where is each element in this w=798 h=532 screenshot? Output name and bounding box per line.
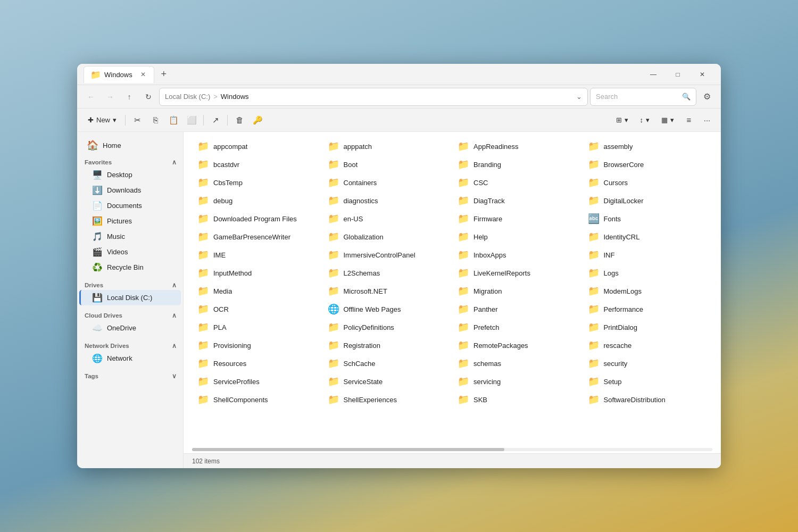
sidebar-item-recycle-bin[interactable]: ♻️ Recycle Bin 📌: [79, 260, 181, 275]
new-tab-button[interactable]: +: [156, 67, 171, 82]
list-item[interactable]: 📁Downloaded Program Files: [192, 210, 322, 228]
settings-button[interactable]: ⚙: [699, 88, 716, 105]
list-item[interactable]: 🌐Offline Web Pages: [322, 300, 453, 318]
sidebar-item-home[interactable]: 🏠 Home: [79, 136, 181, 154]
list-item[interactable]: 📁GameBarPresenceWriter: [192, 228, 322, 246]
sidebar-item-network[interactable]: 🌐 Network: [79, 351, 181, 366]
view-button[interactable]: ⊞ ▾: [611, 112, 634, 129]
search-box[interactable]: Search 🔍: [590, 88, 696, 106]
list-item[interactable]: 📁debug: [192, 192, 322, 210]
list-item[interactable]: 📁Microsoft.NET: [322, 282, 453, 300]
list-item[interactable]: 📁DigitalLocker: [583, 192, 713, 210]
delete-button[interactable]: 🗑: [231, 112, 248, 129]
sidebar-item-music[interactable]: 🎵 Music 📌: [79, 229, 181, 244]
address-chevron-icon[interactable]: ⌄: [576, 93, 582, 101]
favorites-section[interactable]: Favorites ∧: [77, 156, 183, 167]
list-item[interactable]: 📁OCR: [192, 300, 322, 318]
list-item[interactable]: 📁Globalization: [322, 228, 453, 246]
list-item[interactable]: 📁Performance: [583, 300, 713, 318]
scrollbar-track[interactable]: [192, 448, 712, 451]
list-item[interactable]: 📁Branding: [452, 155, 583, 173]
list-item[interactable]: 📁SoftwareDistribution: [583, 390, 713, 409]
list-item[interactable]: 📁SchCache: [322, 354, 453, 372]
list-item[interactable]: 📁ServiceProfiles: [192, 372, 322, 390]
list-item[interactable]: 📁Prefetch: [452, 318, 583, 336]
tab-close-button[interactable]: ✕: [139, 70, 147, 79]
list-item[interactable]: 📁Boot: [322, 155, 453, 173]
list-item[interactable]: 📁IME: [192, 246, 322, 264]
share-button[interactable]: ↗: [207, 112, 224, 129]
minimize-button[interactable]: —: [641, 66, 666, 83]
tags-section[interactable]: Tags ∨: [77, 370, 183, 381]
close-button[interactable]: ✕: [690, 66, 714, 83]
address-box[interactable]: Local Disk (C:) > Windows ⌄: [159, 88, 588, 106]
sidebar-item-desktop[interactable]: 🖥️ Desktop 📌: [79, 167, 181, 182]
list-item[interactable]: 📁Firmware: [452, 210, 583, 228]
list-item[interactable]: 📁bcastdvr: [192, 155, 322, 173]
cloud-drives-section[interactable]: Cloud Drives ∧: [77, 310, 183, 320]
list-item[interactable]: 📁INF: [583, 246, 713, 264]
drives-section[interactable]: Drives ∧: [77, 279, 183, 290]
sidebar-item-videos[interactable]: 🎬 Videos 📌: [79, 244, 181, 260]
forward-button[interactable]: →: [102, 88, 119, 105]
copy-button[interactable]: ⎘: [147, 112, 164, 129]
list-item[interactable]: 📁ServiceState: [322, 372, 453, 390]
properties-button[interactable]: 🔑: [249, 112, 266, 129]
list-item[interactable]: 📁LiveKernelReports: [452, 264, 583, 282]
list-item[interactable]: 📁diagnostics: [322, 192, 453, 210]
list-item[interactable]: 📁Containers: [322, 173, 453, 192]
new-button[interactable]: ✚ New ▾: [82, 112, 122, 129]
list-item[interactable]: 📁apppatch: [322, 137, 453, 155]
details-button[interactable]: ≡: [680, 112, 697, 129]
list-item[interactable]: 📁Media: [192, 282, 322, 300]
list-item[interactable]: 📁ShellComponents: [192, 390, 322, 409]
list-item[interactable]: 📁AppReadiness: [452, 137, 583, 155]
list-item[interactable]: 🔤Fonts: [583, 210, 713, 228]
list-item[interactable]: 📁BrowserCore: [583, 155, 713, 173]
list-item[interactable]: 📁rescache: [583, 336, 713, 354]
list-item[interactable]: 📁Registration: [322, 336, 453, 354]
list-item[interactable]: 📁ModemLogs: [583, 282, 713, 300]
active-tab[interactable]: 📁 Windows ✕: [84, 66, 154, 83]
list-item[interactable]: 📁Panther: [452, 300, 583, 318]
list-item[interactable]: 📁Migration: [452, 282, 583, 300]
sidebar-item-local-disk[interactable]: 💾 Local Disk (C:): [79, 290, 181, 305]
network-drives-section[interactable]: Network Drives ∧: [77, 340, 183, 351]
up-button[interactable]: ↑: [121, 88, 138, 105]
list-item[interactable]: 📁schemas: [452, 354, 583, 372]
list-item[interactable]: 📁RemotePackages: [452, 336, 583, 354]
list-item[interactable]: 📁IdentityCRL: [583, 228, 713, 246]
list-item[interactable]: 📁Resources: [192, 354, 322, 372]
group-button[interactable]: ▦ ▾: [656, 112, 679, 129]
list-item[interactable]: 📁InboxApps: [452, 246, 583, 264]
list-item[interactable]: 📁appcompat: [192, 137, 322, 155]
list-item[interactable]: 📁L2Schemas: [322, 264, 453, 282]
sidebar-item-pictures[interactable]: 🖼️ Pictures 📌: [79, 213, 181, 229]
cut-button[interactable]: ✂: [129, 112, 146, 129]
scrollbar-thumb[interactable]: [192, 448, 504, 451]
sidebar-item-onedrive[interactable]: ☁️ OneDrive: [79, 320, 181, 336]
list-item[interactable]: 📁Help: [452, 228, 583, 246]
rename-button[interactable]: ⬜: [183, 112, 200, 129]
list-item[interactable]: 📁PrintDialog: [583, 318, 713, 336]
maximize-button[interactable]: □: [666, 66, 690, 83]
list-item[interactable]: 📁assembly: [583, 137, 713, 155]
sidebar-item-downloads[interactable]: ⬇️ Downloads 📌: [79, 182, 181, 198]
list-item[interactable]: 📁CbsTemp: [192, 173, 322, 192]
list-item[interactable]: 📁PLA: [192, 318, 322, 336]
list-item[interactable]: 📁Setup: [583, 372, 713, 390]
list-item[interactable]: 📁security: [583, 354, 713, 372]
list-item[interactable]: 📁ImmersiveControlPanel: [322, 246, 453, 264]
list-item[interactable]: 📁Logs: [583, 264, 713, 282]
back-button[interactable]: ←: [82, 88, 99, 105]
list-item[interactable]: 📁DiagTrack: [452, 192, 583, 210]
list-item[interactable]: 📁ShellExperiences: [322, 390, 453, 409]
more-button[interactable]: ···: [699, 112, 716, 129]
list-item[interactable]: 📁SKB: [452, 390, 583, 409]
list-item[interactable]: 📁InputMethod: [192, 264, 322, 282]
list-item[interactable]: 📁Cursors: [583, 173, 713, 192]
list-item[interactable]: 📁en-US: [322, 210, 453, 228]
list-item[interactable]: 📁servicing: [452, 372, 583, 390]
sidebar-item-documents[interactable]: 📄 Documents 📌: [79, 198, 181, 213]
list-item[interactable]: 📁Provisioning: [192, 336, 322, 354]
